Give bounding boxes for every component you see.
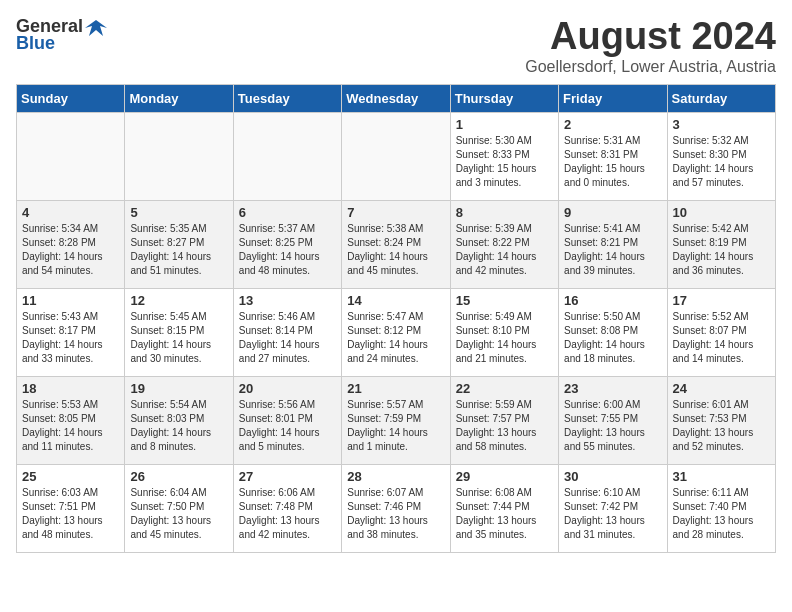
day-info: Sunrise: 6:04 AM Sunset: 7:50 PM Dayligh… (130, 486, 227, 542)
day-info: Sunrise: 5:53 AM Sunset: 8:05 PM Dayligh… (22, 398, 119, 454)
day-info: Sunrise: 5:50 AM Sunset: 8:08 PM Dayligh… (564, 310, 661, 366)
calendar-cell: 31Sunrise: 6:11 AM Sunset: 7:40 PM Dayli… (667, 464, 775, 552)
day-number: 4 (22, 205, 119, 220)
calendar-cell: 22Sunrise: 5:59 AM Sunset: 7:57 PM Dayli… (450, 376, 558, 464)
day-number: 31 (673, 469, 770, 484)
day-info: Sunrise: 5:32 AM Sunset: 8:30 PM Dayligh… (673, 134, 770, 190)
day-number: 15 (456, 293, 553, 308)
day-number: 27 (239, 469, 336, 484)
calendar-week-row: 1Sunrise: 5:30 AM Sunset: 8:33 PM Daylig… (17, 112, 776, 200)
calendar-cell: 8Sunrise: 5:39 AM Sunset: 8:22 PM Daylig… (450, 200, 558, 288)
calendar-cell (342, 112, 450, 200)
day-info: Sunrise: 6:08 AM Sunset: 7:44 PM Dayligh… (456, 486, 553, 542)
day-number: 6 (239, 205, 336, 220)
calendar-cell: 11Sunrise: 5:43 AM Sunset: 8:17 PM Dayli… (17, 288, 125, 376)
day-info: Sunrise: 5:39 AM Sunset: 8:22 PM Dayligh… (456, 222, 553, 278)
calendar-cell (125, 112, 233, 200)
day-number: 9 (564, 205, 661, 220)
calendar-cell: 18Sunrise: 5:53 AM Sunset: 8:05 PM Dayli… (17, 376, 125, 464)
day-number: 25 (22, 469, 119, 484)
page-header: General Blue August 2024 Goellersdorf, L… (16, 16, 776, 76)
calendar-cell: 17Sunrise: 5:52 AM Sunset: 8:07 PM Dayli… (667, 288, 775, 376)
day-number: 16 (564, 293, 661, 308)
weekday-header-monday: Monday (125, 84, 233, 112)
weekday-header-sunday: Sunday (17, 84, 125, 112)
day-info: Sunrise: 5:52 AM Sunset: 8:07 PM Dayligh… (673, 310, 770, 366)
day-info: Sunrise: 5:49 AM Sunset: 8:10 PM Dayligh… (456, 310, 553, 366)
weekday-header-tuesday: Tuesday (233, 84, 341, 112)
calendar-cell: 30Sunrise: 6:10 AM Sunset: 7:42 PM Dayli… (559, 464, 667, 552)
calendar-cell: 15Sunrise: 5:49 AM Sunset: 8:10 PM Dayli… (450, 288, 558, 376)
weekday-header-saturday: Saturday (667, 84, 775, 112)
day-info: Sunrise: 5:57 AM Sunset: 7:59 PM Dayligh… (347, 398, 444, 454)
day-number: 8 (456, 205, 553, 220)
calendar-cell: 21Sunrise: 5:57 AM Sunset: 7:59 PM Dayli… (342, 376, 450, 464)
day-number: 24 (673, 381, 770, 396)
day-info: Sunrise: 6:01 AM Sunset: 7:53 PM Dayligh… (673, 398, 770, 454)
day-info: Sunrise: 5:54 AM Sunset: 8:03 PM Dayligh… (130, 398, 227, 454)
calendar-cell: 4Sunrise: 5:34 AM Sunset: 8:28 PM Daylig… (17, 200, 125, 288)
day-number: 26 (130, 469, 227, 484)
day-info: Sunrise: 5:37 AM Sunset: 8:25 PM Dayligh… (239, 222, 336, 278)
calendar-week-row: 18Sunrise: 5:53 AM Sunset: 8:05 PM Dayli… (17, 376, 776, 464)
calendar-cell: 28Sunrise: 6:07 AM Sunset: 7:46 PM Dayli… (342, 464, 450, 552)
day-info: Sunrise: 5:42 AM Sunset: 8:19 PM Dayligh… (673, 222, 770, 278)
location-subtitle: Goellersdorf, Lower Austria, Austria (525, 58, 776, 76)
calendar-cell: 27Sunrise: 6:06 AM Sunset: 7:48 PM Dayli… (233, 464, 341, 552)
calendar-body: 1Sunrise: 5:30 AM Sunset: 8:33 PM Daylig… (17, 112, 776, 552)
day-info: Sunrise: 5:46 AM Sunset: 8:14 PM Dayligh… (239, 310, 336, 366)
day-info: Sunrise: 6:11 AM Sunset: 7:40 PM Dayligh… (673, 486, 770, 542)
day-info: Sunrise: 5:43 AM Sunset: 8:17 PM Dayligh… (22, 310, 119, 366)
calendar-header: SundayMondayTuesdayWednesdayThursdayFrid… (17, 84, 776, 112)
day-number: 1 (456, 117, 553, 132)
calendar-week-row: 11Sunrise: 5:43 AM Sunset: 8:17 PM Dayli… (17, 288, 776, 376)
day-info: Sunrise: 6:03 AM Sunset: 7:51 PM Dayligh… (22, 486, 119, 542)
day-info: Sunrise: 5:56 AM Sunset: 8:01 PM Dayligh… (239, 398, 336, 454)
day-number: 17 (673, 293, 770, 308)
calendar-cell (17, 112, 125, 200)
month-title: August 2024 (525, 16, 776, 58)
day-number: 11 (22, 293, 119, 308)
day-info: Sunrise: 5:35 AM Sunset: 8:27 PM Dayligh… (130, 222, 227, 278)
weekday-header-thursday: Thursday (450, 84, 558, 112)
calendar-cell: 5Sunrise: 5:35 AM Sunset: 8:27 PM Daylig… (125, 200, 233, 288)
calendar-cell: 9Sunrise: 5:41 AM Sunset: 8:21 PM Daylig… (559, 200, 667, 288)
day-number: 30 (564, 469, 661, 484)
calendar-cell: 29Sunrise: 6:08 AM Sunset: 7:44 PM Dayli… (450, 464, 558, 552)
day-number: 23 (564, 381, 661, 396)
calendar-cell: 25Sunrise: 6:03 AM Sunset: 7:51 PM Dayli… (17, 464, 125, 552)
calendar-cell: 16Sunrise: 5:50 AM Sunset: 8:08 PM Dayli… (559, 288, 667, 376)
calendar-cell: 19Sunrise: 5:54 AM Sunset: 8:03 PM Dayli… (125, 376, 233, 464)
day-number: 29 (456, 469, 553, 484)
calendar-cell: 14Sunrise: 5:47 AM Sunset: 8:12 PM Dayli… (342, 288, 450, 376)
calendar-cell (233, 112, 341, 200)
calendar-cell: 7Sunrise: 5:38 AM Sunset: 8:24 PM Daylig… (342, 200, 450, 288)
calendar-cell: 13Sunrise: 5:46 AM Sunset: 8:14 PM Dayli… (233, 288, 341, 376)
day-info: Sunrise: 6:10 AM Sunset: 7:42 PM Dayligh… (564, 486, 661, 542)
weekday-header-friday: Friday (559, 84, 667, 112)
calendar-cell: 23Sunrise: 6:00 AM Sunset: 7:55 PM Dayli… (559, 376, 667, 464)
calendar-table: SundayMondayTuesdayWednesdayThursdayFrid… (16, 84, 776, 553)
day-number: 5 (130, 205, 227, 220)
day-info: Sunrise: 5:41 AM Sunset: 8:21 PM Dayligh… (564, 222, 661, 278)
day-info: Sunrise: 5:45 AM Sunset: 8:15 PM Dayligh… (130, 310, 227, 366)
calendar-cell: 2Sunrise: 5:31 AM Sunset: 8:31 PM Daylig… (559, 112, 667, 200)
day-number: 12 (130, 293, 227, 308)
logo: General Blue (16, 16, 107, 54)
day-number: 20 (239, 381, 336, 396)
day-number: 13 (239, 293, 336, 308)
day-info: Sunrise: 5:38 AM Sunset: 8:24 PM Dayligh… (347, 222, 444, 278)
logo-blue-text: Blue (16, 33, 55, 54)
weekday-row: SundayMondayTuesdayWednesdayThursdayFrid… (17, 84, 776, 112)
day-number: 19 (130, 381, 227, 396)
day-number: 18 (22, 381, 119, 396)
logo-bird-icon (85, 18, 107, 36)
day-number: 22 (456, 381, 553, 396)
day-number: 10 (673, 205, 770, 220)
day-number: 2 (564, 117, 661, 132)
day-number: 7 (347, 205, 444, 220)
calendar-cell: 24Sunrise: 6:01 AM Sunset: 7:53 PM Dayli… (667, 376, 775, 464)
day-info: Sunrise: 5:34 AM Sunset: 8:28 PM Dayligh… (22, 222, 119, 278)
day-info: Sunrise: 5:31 AM Sunset: 8:31 PM Dayligh… (564, 134, 661, 190)
day-info: Sunrise: 6:00 AM Sunset: 7:55 PM Dayligh… (564, 398, 661, 454)
